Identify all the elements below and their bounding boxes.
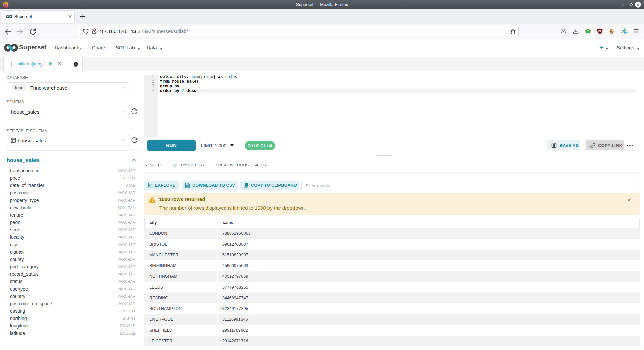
- svg-text:UO: UO: [598, 30, 601, 32]
